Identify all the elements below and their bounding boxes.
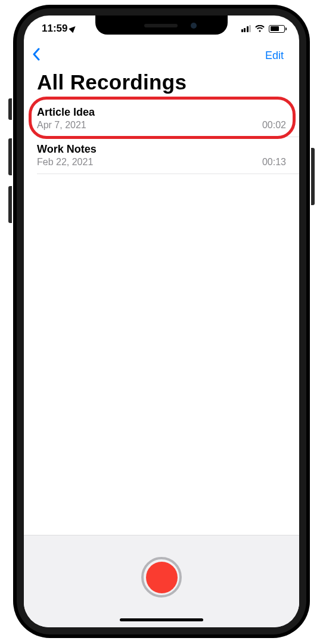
- chevron-left-icon: [32, 48, 41, 61]
- phone-frame: 11:59: [13, 5, 310, 638]
- edit-button[interactable]: Edit: [262, 47, 287, 64]
- recording-date: Feb 22, 2021: [37, 157, 93, 168]
- recording-title: Article Idea: [37, 106, 286, 119]
- battery-icon: [269, 25, 285, 33]
- recording-date: Apr 7, 2021: [37, 120, 86, 131]
- location-icon: [69, 24, 78, 33]
- record-button[interactable]: [141, 557, 182, 597]
- page-title: All Recordings: [24, 68, 299, 100]
- recording-duration: 00:02: [262, 120, 286, 131]
- recording-item[interactable]: Article Idea Apr 7, 2021 00:02: [37, 100, 299, 137]
- recording-duration: 00:13: [262, 157, 286, 168]
- record-toolbar: [24, 535, 299, 627]
- back-button[interactable]: [32, 48, 41, 63]
- record-icon: [146, 562, 178, 593]
- cellular-signal-icon: [241, 25, 251, 32]
- wifi-icon: [254, 25, 265, 33]
- nav-bar: Edit: [24, 42, 299, 68]
- home-indicator[interactable]: [120, 618, 203, 621]
- notch: [95, 16, 228, 35]
- status-time: 11:59: [42, 23, 67, 35]
- recording-item[interactable]: Work Notes Feb 22, 2021 00:13: [37, 137, 299, 174]
- recording-title: Work Notes: [37, 143, 286, 156]
- recordings-list: Article Idea Apr 7, 2021 00:02 Work Note…: [24, 100, 299, 174]
- screen: 11:59: [24, 16, 299, 627]
